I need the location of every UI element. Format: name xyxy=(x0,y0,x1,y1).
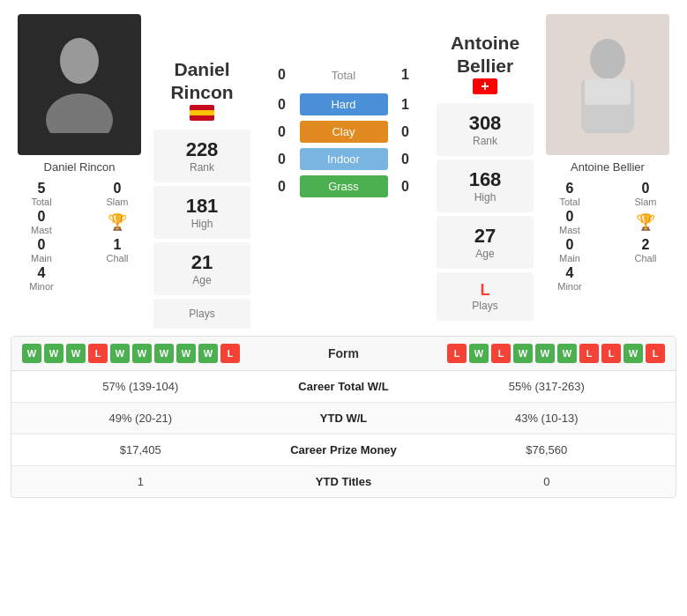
svg-point-2 xyxy=(590,39,625,79)
stat-label-3: YTD Titles xyxy=(256,475,432,488)
right-form-badge-0: L xyxy=(447,344,467,363)
right-form-badge-9: L xyxy=(646,344,665,363)
right-name-flag: Antoine Bellier xyxy=(451,32,519,100)
left-form-badge-7: W xyxy=(176,344,196,363)
left-player-heading: Daniel Rincon xyxy=(170,58,233,105)
right-form-badge-3: W xyxy=(513,344,533,363)
left-slam-stat: 0 Slam xyxy=(85,181,150,207)
right-form-badge-8: W xyxy=(624,344,643,363)
right-player-card: Antoine Bellier 6 Total 0 Slam 0 Mast 🏆 … xyxy=(537,14,678,292)
left-minor-stat: 4 Minor xyxy=(9,265,74,292)
left-player-name: Daniel Rincon xyxy=(44,160,116,174)
stat-left-1: 49% (20-21) xyxy=(26,412,256,425)
left-form-badge-0: W xyxy=(22,344,41,363)
right-player-stats: 6 Total 0 Slam 0 Mast 🏆 0 Main 2 xyxy=(537,181,678,292)
left-mast-stat: 0 Mast xyxy=(9,209,74,235)
right-flag-icon xyxy=(473,78,497,94)
stat-row-0: 57% (139-104) Career Total W/L 55% (317-… xyxy=(11,371,676,403)
left-form-badge-6: W xyxy=(154,344,174,363)
svg-point-0 xyxy=(60,38,99,84)
stat-left-2: $17,405 xyxy=(26,443,256,456)
right-slam-stat: 0 Slam xyxy=(613,181,678,207)
indoor-surface-btn[interactable]: Indoor xyxy=(300,148,388,170)
right-form-badges: LWLWWWLLWL xyxy=(397,344,666,363)
left-form-badge-5: W xyxy=(132,344,152,363)
left-form-badge-9: L xyxy=(220,344,240,363)
left-trophy-icon: 🏆 xyxy=(85,209,150,235)
left-player-stats: 5 Total 0 Slam 0 Mast 🏆 0 Main 1 xyxy=(9,181,150,292)
left-total-stat: 5 Total xyxy=(9,181,74,207)
right-trophy-icon: 🏆 xyxy=(613,209,678,235)
total-row: 0 Total 1 xyxy=(254,67,433,83)
left-high-box: 181 High xyxy=(153,186,250,239)
surface-matchup: 0 Total 1 0 Hard 1 0 Clay 0 0 Indoor 0 0 xyxy=(254,14,433,203)
hard-surface-btn[interactable]: Hard xyxy=(300,93,388,115)
left-form-badge-1: W xyxy=(44,344,63,363)
stat-label-1: YTD W/L xyxy=(256,412,432,425)
stat-label-0: Career Total W/L xyxy=(256,380,432,393)
right-rank-box: 308 Rank xyxy=(437,103,534,156)
grass-row: 0 Grass 0 xyxy=(254,175,433,197)
left-rank-box: 228 Rank xyxy=(153,130,250,182)
left-player-card: Daniel Rincon 5 Total 0 Slam 0 Mast 🏆 0 … xyxy=(9,14,150,292)
right-plays-box: L Plays xyxy=(437,272,534,321)
right-minor-stat: 4 Minor xyxy=(537,265,602,292)
stat-right-1: 43% (10-13) xyxy=(432,412,662,425)
right-form-badge-1: W xyxy=(469,344,489,363)
stat-row-1: 49% (20-21) YTD W/L 43% (10-13) xyxy=(11,403,676,434)
left-form-badges: WWWLWWWWWL xyxy=(22,344,291,363)
left-name-flag: Daniel Rincon xyxy=(170,58,233,126)
stat-label-2: Career Prize Money xyxy=(256,443,432,456)
right-main-stat: 0 Main xyxy=(537,237,602,263)
left-player-avatar xyxy=(18,14,141,155)
clay-surface-btn[interactable]: Clay xyxy=(300,121,388,143)
left-form-badge-3: L xyxy=(88,344,108,363)
left-plays-box: Plays xyxy=(153,299,250,329)
left-flag-icon xyxy=(190,105,214,121)
stat-left-0: 57% (139-104) xyxy=(26,380,256,393)
clay-row: 0 Clay 0 xyxy=(254,121,433,143)
svg-rect-4 xyxy=(585,78,631,105)
stat-row-3: 1 YTD Titles 0 xyxy=(11,466,676,497)
grass-surface-btn[interactable]: Grass xyxy=(300,175,388,197)
left-main-stat: 0 Main xyxy=(9,237,74,263)
right-player-heading: Antoine Bellier xyxy=(451,32,519,78)
stat-right-0: 55% (317-263) xyxy=(432,380,662,393)
left-form-badge-8: W xyxy=(198,344,218,363)
stat-right-2: $76,560 xyxy=(432,443,662,456)
right-age-box: 27 Age xyxy=(437,216,534,269)
stats-table: WWWLWWWWWL Form LWLWWWLLWL 57% (139-104)… xyxy=(11,336,676,498)
right-player-name: Antoine Bellier xyxy=(571,160,645,174)
form-label: Form xyxy=(291,346,397,360)
left-age-box: 21 Age xyxy=(153,242,250,295)
right-high-box: 168 High xyxy=(437,160,534,212)
main-container: Daniel Rincon 5 Total 0 Slam 0 Mast 🏆 0 … xyxy=(0,0,687,498)
right-form-badge-6: L xyxy=(579,344,599,363)
right-form-badge-4: W xyxy=(535,344,555,363)
right-player-avatar xyxy=(546,14,669,155)
stat-right-3: 0 xyxy=(432,475,662,488)
svg-point-1 xyxy=(46,93,113,133)
right-mast-stat: 0 Mast xyxy=(537,209,602,235)
left-chall-stat: 1 Chall xyxy=(85,237,150,263)
form-row: WWWLWWWWWL Form LWLWWWLLWL xyxy=(11,337,676,371)
right-form-badge-7: L xyxy=(601,344,621,363)
left-form-badge-2: W xyxy=(66,344,86,363)
right-total-stat: 6 Total xyxy=(537,181,602,207)
right-center-stats: Antoine Bellier 308 Rank 168 High 27 Age… xyxy=(437,14,534,321)
right-chall-stat: 2 Chall xyxy=(613,237,678,263)
right-form-badge-5: W xyxy=(557,344,577,363)
stat-left-3: 1 xyxy=(26,475,256,488)
player-comparison: Daniel Rincon 5 Total 0 Slam 0 Mast 🏆 0 … xyxy=(0,0,687,336)
stat-row-2: $17,405 Career Prize Money $76,560 xyxy=(11,434,676,466)
left-form-badge-4: W xyxy=(110,344,130,363)
hard-row: 0 Hard 1 xyxy=(254,93,433,115)
left-center-stats: Daniel Rincon 228 Rank 181 High 21 Age P… xyxy=(153,14,250,329)
right-form-badge-2: L xyxy=(491,344,511,363)
indoor-row: 0 Indoor 0 xyxy=(254,148,433,170)
